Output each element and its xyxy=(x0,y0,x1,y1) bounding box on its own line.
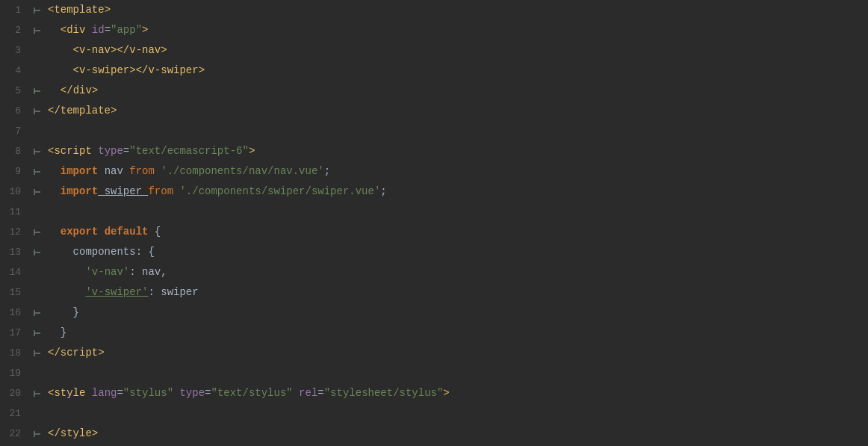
code-line: 13 components: { xyxy=(0,242,868,262)
token-tag-name: style xyxy=(54,387,85,399)
line-content: </template> xyxy=(45,101,868,121)
line-number: 11 xyxy=(0,202,30,222)
fold-gutter[interactable] xyxy=(30,167,45,176)
token-attr-eq: = xyxy=(117,387,123,399)
fold-gutter[interactable] xyxy=(30,430,45,439)
token-attr-eq: = xyxy=(105,24,111,36)
token-tag: ></ xyxy=(111,44,129,56)
token-attr-value: "app" xyxy=(111,24,142,36)
token-tag: </ xyxy=(48,427,61,439)
line-number: 8 xyxy=(0,141,30,161)
fold-gutter[interactable] xyxy=(30,107,45,116)
line-content: </script> xyxy=(45,343,868,363)
code-line: 17 } xyxy=(0,323,868,343)
token-tag: > xyxy=(98,347,104,359)
line-content: import nav from './components/nav/nav.vu… xyxy=(45,161,868,182)
token-tag: > xyxy=(199,64,205,76)
code-line: 12 export default { xyxy=(0,222,868,242)
token-tag: > xyxy=(105,4,111,16)
token-punctuation: ; xyxy=(324,165,330,177)
fold-gutter[interactable] xyxy=(30,309,45,318)
fold-gutter[interactable] xyxy=(30,188,45,196)
code-line: 14 'v-nav': nav, xyxy=(0,262,868,282)
code-line: 2 <div id="app"> xyxy=(0,20,868,40)
fold-gutter[interactable] xyxy=(30,248,45,257)
token-tag: > xyxy=(111,105,117,117)
line-number: 3 xyxy=(0,40,30,61)
code-line: 5 </div> xyxy=(0,81,868,101)
line-number: 21 xyxy=(0,403,30,424)
code-line: 9 import nav from './components/nav/nav.… xyxy=(0,161,868,182)
token-string: './components/nav/nav.vue' xyxy=(155,165,324,177)
token-tag: > xyxy=(443,387,449,399)
code-line: 16 } xyxy=(0,303,868,323)
token-punctuation: : xyxy=(129,266,142,278)
token-tag: > xyxy=(92,427,98,439)
token-from-kw: from xyxy=(148,185,173,197)
line-content: import swiper from './components/swiper/… xyxy=(45,182,868,202)
token-tag: > xyxy=(249,145,255,157)
fold-gutter[interactable] xyxy=(30,389,45,398)
token-tag: > xyxy=(142,24,148,36)
token-tag: < xyxy=(61,24,66,36)
code-editor: 1<template>2 <div id="app">3 <v-nav></v-… xyxy=(0,0,868,446)
line-number: 9 xyxy=(0,161,30,182)
fold-gutter[interactable] xyxy=(30,26,45,35)
line-number: 18 xyxy=(0,343,30,363)
token-attr-name: lang xyxy=(85,387,117,399)
line-content: <style lang="stylus" type="text/stylus" … xyxy=(45,383,868,403)
line-content: } xyxy=(45,303,868,323)
token-tag-name: template xyxy=(54,4,104,16)
line-number: 13 xyxy=(0,242,30,262)
token-string: './components/swiper/swiper.vue' xyxy=(173,185,380,197)
token-tag: ></ xyxy=(129,64,148,76)
line-content: </div> xyxy=(45,81,868,101)
token-attr-name: type xyxy=(173,387,205,399)
fold-gutter[interactable] xyxy=(30,228,45,237)
token-tag: </ xyxy=(48,105,61,117)
fold-gutter[interactable] xyxy=(30,147,45,156)
line-number: 5 xyxy=(0,81,30,101)
code-line: 1<template> xyxy=(0,0,868,20)
line-content: <div id="app"> xyxy=(45,20,868,40)
token-attr-value: "text/stylus" xyxy=(211,387,292,399)
token-component-val: nav, xyxy=(142,266,167,278)
line-number: 15 xyxy=(0,282,30,303)
token-import-name-underline: swiper xyxy=(98,185,148,197)
code-line: 18</script> xyxy=(0,343,868,363)
line-content: <template> xyxy=(45,0,868,20)
line-content: </style> xyxy=(45,424,868,444)
token-tag-name: v-nav xyxy=(79,44,111,56)
token-tag: </ xyxy=(61,84,73,96)
token-tag-name: div xyxy=(73,84,92,96)
code-line: 19 xyxy=(0,363,868,383)
line-content: <v-swiper></v-swiper> xyxy=(45,61,868,81)
code-line: 6</template> xyxy=(0,101,868,121)
token-punctuation: : { xyxy=(136,246,155,258)
code-line: 10 import swiper from './components/swip… xyxy=(0,182,868,202)
token-tag: < xyxy=(73,44,79,56)
fold-gutter[interactable] xyxy=(30,87,45,96)
token-attr-eq: = xyxy=(317,387,323,399)
token-attr-name: id xyxy=(85,24,104,36)
token-attr-name: rel xyxy=(293,387,318,399)
token-tag-name: template xyxy=(61,105,111,117)
line-number: 10 xyxy=(0,182,30,202)
line-content: export default { xyxy=(45,222,868,242)
token-attr-value: "stylus" xyxy=(123,387,173,399)
token-attr-name: type xyxy=(92,145,123,157)
token-tag: </ xyxy=(48,347,61,359)
token-punctuation: ; xyxy=(380,185,386,197)
token-attr-eq: = xyxy=(123,145,129,157)
line-content: } xyxy=(45,323,868,343)
line-number: 7 xyxy=(0,121,30,141)
token-tag-name: v-swiper xyxy=(79,64,129,76)
fold-gutter[interactable] xyxy=(30,329,45,338)
token-attr-value: "text/ecmascript-6" xyxy=(129,145,249,157)
token-tag: < xyxy=(73,64,79,76)
line-content: <script type="text/ecmascript-6"> xyxy=(45,141,868,161)
fold-gutter[interactable] xyxy=(30,349,45,358)
code-line: 21 xyxy=(0,403,868,424)
token-tag-name: style xyxy=(61,427,92,439)
fold-gutter[interactable] xyxy=(30,6,45,15)
